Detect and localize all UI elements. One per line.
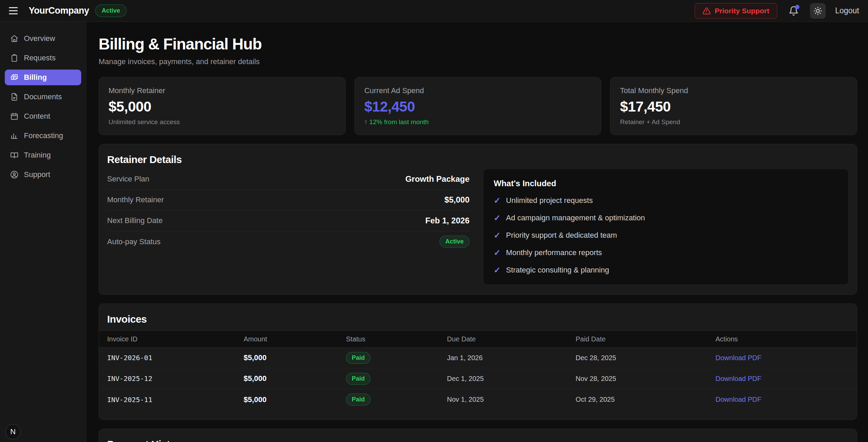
invoices-table-header: Invoice ID Amount Status Due Date Paid D… — [99, 330, 857, 348]
invoice-paid-date: Oct 29, 2025 — [576, 396, 715, 403]
check-icon: ✓ — [494, 231, 501, 240]
document-icon — [10, 93, 18, 101]
invoices-table: Invoice ID Amount Status Due Date Paid D… — [99, 330, 857, 410]
row-label: Monthly Retainer — [107, 195, 164, 204]
download-pdf-link[interactable]: Download PDF — [715, 354, 762, 362]
page-subtitle: Manage invoices, payments, and retainer … — [99, 57, 857, 66]
stat-card-monthly-retainer: Monthly Retainer $5,000 Unlimited servic… — [99, 77, 346, 135]
sidebar-item-label: Training — [24, 151, 51, 160]
top-bar-actions: Priority Support Logout — [695, 3, 859, 19]
stat-subtext: Retainer + Ad Spend — [620, 118, 847, 126]
invoice-status-badge: Paid — [346, 373, 371, 385]
sidebar-item-content[interactable]: Content — [5, 108, 81, 124]
column-header: Invoice ID — [107, 335, 244, 343]
invoice-status-badge: Paid — [346, 394, 371, 406]
whats-included-list: ✓ Unlimited project requests ✓ Ad campai… — [494, 196, 838, 275]
invoice-amount: $5,000 — [244, 395, 346, 404]
sidebar: Overview Requests Billing Documents Cont… — [0, 22, 86, 442]
page-title: Billing & Financial Hub — [99, 35, 857, 53]
invoices-heading: Invoices — [107, 313, 849, 325]
table-row: INV-2025-11 $5,000 Paid Nov 1, 2025 Oct … — [99, 389, 857, 410]
app-root: YourCompany Active Priority Support Lo — [0, 0, 868, 442]
included-item-text: Priority support & dedicated team — [506, 231, 617, 240]
main-content: Billing & Financial Hub Manage invoices,… — [86, 22, 868, 442]
table-row: INV-2026-01 $5,000 Paid Jan 1, 2026 Dec … — [99, 348, 857, 368]
retainer-row-service-plan: Service Plan Growth Package — [107, 169, 469, 190]
sidebar-item-requests[interactable]: Requests — [5, 50, 81, 66]
sidebar-item-label: Documents — [24, 92, 62, 101]
stat-subtext: Unlimited service access — [108, 118, 336, 126]
invoice-amount: $5,000 — [244, 353, 346, 362]
sidebar-item-label: Billing — [24, 73, 47, 82]
row-label: Service Plan — [107, 175, 149, 183]
sidebar-item-label: Support — [24, 170, 50, 179]
sidebar-item-documents[interactable]: Documents — [5, 89, 81, 105]
home-icon — [10, 34, 18, 43]
included-item-text: Ad campaign management & optimization — [506, 213, 645, 222]
sidebar-item-training[interactable]: Training — [5, 147, 81, 163]
invoice-due-date: Dec 1, 2025 — [447, 375, 576, 383]
column-header: Paid Date — [576, 335, 715, 343]
stat-card-current-ad-spend: Current Ad Spend $12,450 ↑ 12% from last… — [355, 77, 602, 135]
banknote-icon — [10, 73, 18, 82]
sidebar-item-label: Forecasting — [24, 131, 63, 140]
priority-support-button[interactable]: Priority Support — [695, 3, 777, 19]
table-row: INV-2025-12 $5,000 Paid Dec 1, 2025 Nov … — [99, 368, 857, 389]
list-item: ✓ Ad campaign management & optimization — [494, 213, 838, 223]
payment-history-heading: Payment History — [107, 439, 849, 442]
sidebar-item-forecasting[interactable]: Forecasting — [5, 128, 81, 144]
stat-trend: ↑ 12% from last month — [364, 118, 592, 126]
bar-chart-icon — [10, 132, 18, 140]
row-value: Feb 1, 2026 — [425, 216, 469, 225]
column-header: Amount — [244, 335, 346, 343]
list-item: ✓ Unlimited project requests — [494, 196, 838, 205]
sidebar-item-billing[interactable]: Billing — [5, 70, 81, 85]
invoice-due-date: Nov 1, 2025 — [447, 396, 576, 403]
sidebar-item-label: Overview — [24, 34, 55, 43]
included-item-text: Unlimited project requests — [506, 196, 593, 205]
included-item-text: Monthly performance reports — [506, 248, 602, 257]
payment-history-section: Payment History INV-2026-01 Dec 28, 2025… — [99, 429, 857, 442]
column-header: Due Date — [447, 335, 576, 343]
list-item: ✓ Priority support & dedicated team — [494, 231, 838, 240]
retainer-row-autopay-status: Auto-pay Status Active — [107, 231, 469, 252]
retainer-details-section: Retainer Details Service Plan Growth Pac… — [99, 144, 857, 295]
list-item: ✓ Strategic consulting & planning — [494, 265, 838, 275]
stat-value: $17,450 — [620, 99, 847, 115]
whats-included-panel: What's Included ✓ Unlimited project requ… — [483, 169, 849, 285]
menu-icon[interactable] — [9, 4, 23, 18]
priority-support-label: Priority Support — [715, 7, 769, 15]
sidebar-item-label: Content — [24, 112, 50, 121]
top-bar: YourCompany Active Priority Support Lo — [0, 0, 868, 22]
check-icon: ✓ — [494, 213, 501, 223]
whats-included-heading: What's Included — [494, 179, 838, 188]
column-header: Status — [346, 335, 447, 343]
calendar-icon — [10, 112, 18, 120]
sun-icon — [813, 6, 822, 15]
theme-toggle-button[interactable] — [810, 3, 826, 19]
download-pdf-link[interactable]: Download PDF — [715, 396, 762, 403]
check-icon: ✓ — [494, 248, 501, 257]
notifications-button[interactable] — [787, 4, 800, 18]
download-pdf-link[interactable]: Download PDF — [715, 375, 762, 382]
sidebar-item-overview[interactable]: Overview — [5, 31, 81, 46]
stat-label: Total Monthly Spend — [620, 86, 847, 95]
retainer-row-monthly-retainer: Monthly Retainer $5,000 — [107, 190, 469, 210]
retainer-detail-list: Service Plan Growth Package Monthly Reta… — [107, 169, 469, 285]
stat-label: Current Ad Spend — [364, 86, 592, 95]
stat-label: Monthly Retainer — [108, 86, 336, 95]
sidebar-item-support[interactable]: Support — [5, 167, 81, 182]
column-header: Actions — [715, 335, 857, 343]
invoice-paid-date: Dec 28, 2025 — [576, 354, 715, 362]
invoice-paid-date: Nov 28, 2025 — [576, 375, 715, 383]
logout-button[interactable]: Logout — [835, 6, 859, 15]
invoices-section: Invoices Invoice ID Amount Status Due Da… — [99, 304, 857, 420]
included-item-text: Strategic consulting & planning — [506, 266, 609, 275]
invoice-id: INV-2026-01 — [107, 354, 244, 362]
account-status-badge: Active — [95, 4, 127, 17]
row-value: Growth Package — [405, 174, 469, 184]
sidebar-item-label: Requests — [24, 54, 56, 62]
stat-card-total-monthly-spend: Total Monthly Spend $17,450 Retainer + A… — [610, 77, 857, 135]
alert-triangle-icon — [703, 7, 711, 15]
avatar[interactable]: N — [5, 424, 20, 439]
